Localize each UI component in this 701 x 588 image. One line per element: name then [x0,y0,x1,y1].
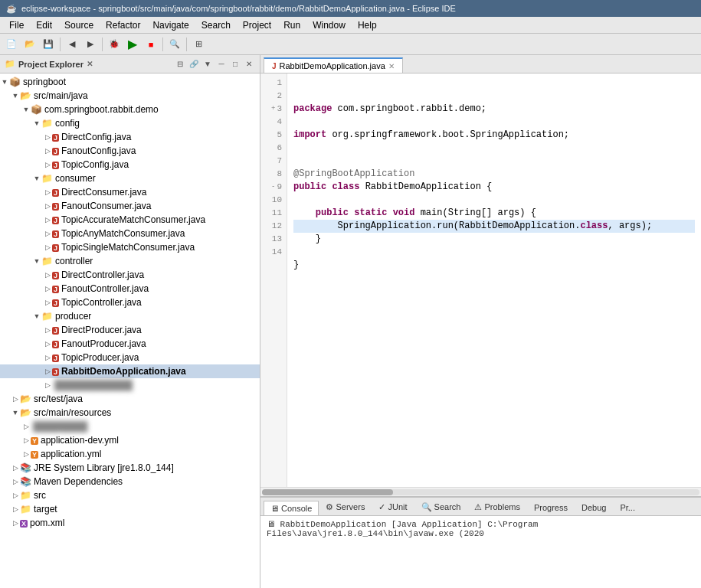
menu-item-refactor[interactable]: Refactor [100,18,146,32]
tree-item-consumer[interactable]: ▼📁consumer [0,172,260,185]
tree-item-config[interactable]: ▼📁config [0,116,260,130]
tree-item-application-dev[interactable]: ▷Yapplication-dev.yml [0,433,260,447]
tree-item-DirectProducer[interactable]: ▷JDirectProducer.java [0,323,260,337]
tree-item-blurred1[interactable]: ▷████████████ [0,378,260,392]
menu-item-search[interactable]: Search [195,18,237,32]
tree-item-DirectConsumer[interactable]: ▷JDirectConsumer.java [0,185,260,199]
tree-arrow-config[interactable]: ▼ [32,119,41,128]
bottom-tab-debug[interactable]: Debug [575,500,613,515]
toolbar-back-btn[interactable]: ◀ [64,36,80,53]
tree-item-application[interactable]: ▷Yapplication.yml [0,447,260,461]
tree-item-TopicSingleMatchConsumer[interactable]: ▷JTopicSingleMatchConsumer.java [0,240,260,254]
tree-item-producer[interactable]: ▼📁producer [0,309,260,323]
tree-item-Maven[interactable]: ▷📚Maven Dependencies [0,475,260,488]
menu-item-window[interactable]: Window [306,18,352,32]
menu-item-navigate[interactable]: Navigate [146,18,195,32]
editor-tab-rabbitdemoapplication[interactable]: J RabbitDemoApplication.java ✕ [264,57,403,73]
tree-arrow-TopicAccurateMatchConsumer[interactable]: ▷ [43,215,52,224]
tree-item-src-main-java[interactable]: ▼📂src/main/java [0,89,260,103]
tree-item-src[interactable]: ▷📁src [0,488,260,502]
close-panel-btn[interactable]: ✕ [243,58,255,70]
tree-arrow-DirectController[interactable]: ▷ [43,270,52,279]
tree-arrow-application[interactable]: ▷ [21,449,31,459]
code-content[interactable]: package com.springboot.rabbit.demo; impo… [287,74,701,487]
toolbar-forward-btn[interactable]: ▶ [82,36,99,53]
maximize-panel-btn[interactable]: □ [229,58,241,70]
tree-arrow-blurred1[interactable]: ▷ [43,381,52,390]
tree-arrow-FanoutController[interactable]: ▷ [43,284,52,293]
tree-arrow-springboot[interactable]: ▼ [0,77,9,87]
tree-item-controller[interactable]: ▼📁controller [0,254,260,268]
tree-item-com-pkg[interactable]: ▼📦com.springboot.rabbit.demo [0,103,260,116]
tree-item-FanoutConfig[interactable]: ▷JFanoutConfig.java [0,144,260,158]
horizontal-scrollbar[interactable] [260,487,701,496]
tree-arrow-Maven[interactable]: ▷ [11,477,20,486]
tree-item-TopicConfig[interactable]: ▷JTopicConfig.java [0,158,260,172]
bottom-tab-console[interactable]: 🖥 Console [264,501,319,515]
tree-arrow-com-pkg[interactable]: ▼ [21,105,31,114]
tree-item-FanoutConsumer[interactable]: ▷JFanoutConsumer.java [0,199,260,213]
tree-item-TopicController[interactable]: ▷JTopicController.java [0,296,260,309]
bottom-tab-servers[interactable]: ⚙ Servers [319,499,372,515]
tree-arrow-TopicConfig[interactable]: ▷ [43,160,52,169]
tree-item-FanoutProducer[interactable]: ▷JFanoutProducer.java [0,337,260,351]
tree-item-src-test-java[interactable]: ▷📂src/test/java [0,392,260,406]
menu-item-edit[interactable]: Edit [30,18,58,32]
tree-arrow-TopicSingleMatchConsumer[interactable]: ▷ [43,243,52,252]
toolbar-run-btn[interactable]: ▶ [124,36,141,53]
toolbar-save-btn[interactable]: 💾 [40,36,57,53]
tree-item-TopicAnyMatchConsumer[interactable]: ▷JTopicAnyMatchConsumer.java [0,227,260,240]
toolbar-debug-btn[interactable]: 🐞 [106,36,123,53]
tree-arrow-blurred2[interactable]: ▷ [21,422,31,431]
menu-item-project[interactable]: Project [237,18,277,32]
bottom-tab-progress[interactable]: Progress [527,500,575,515]
tree-item-DirectController[interactable]: ▷JDirectController.java [0,268,260,282]
bottom-tab-search[interactable]: 🔍 Search [414,499,468,515]
minimize-panel-btn[interactable]: ─ [215,58,228,70]
tree-arrow-FanoutConsumer[interactable]: ▷ [43,201,52,211]
tree-item-TopicProducer[interactable]: ▷JTopicProducer.java [0,351,260,364]
tree-arrow-TopicController[interactable]: ▷ [43,298,52,307]
toolbar-new-btn[interactable]: 📄 [3,36,20,53]
tree-item-FanoutController[interactable]: ▷JFanoutController.java [0,282,260,296]
tree-arrow-src-main-resources[interactable]: ▼ [11,408,20,417]
collapse-all-btn[interactable]: ⊟ [174,58,186,70]
tree-arrow-TopicProducer[interactable]: ▷ [43,353,52,362]
tab-close-btn[interactable]: ✕ [388,62,395,70]
tree-arrow-JRE[interactable]: ▷ [11,463,20,472]
tree-item-src-main-resources[interactable]: ▼📂src/main/resources [0,406,260,420]
tree-arrow-FanoutConfig[interactable]: ▷ [43,146,52,155]
tree-arrow-TopicAnyMatchConsumer[interactable]: ▷ [43,229,52,238]
tree-item-target[interactable]: ▷📁target [0,502,260,516]
menu-item-file[interactable]: File [3,18,30,32]
panel-menu-btn[interactable]: ▼ [201,58,214,70]
tree-arrow-src-main-java[interactable]: ▼ [11,91,20,100]
menu-item-help[interactable]: Help [352,18,383,32]
link-editor-btn[interactable]: 🔗 [188,58,200,70]
tree-item-pom[interactable]: ▷Xpom.xml [0,516,260,530]
tree-arrow-controller[interactable]: ▼ [32,256,41,266]
tree-item-TopicAccurateMatchConsumer[interactable]: ▷JTopicAccurateMatchConsumer.java [0,213,260,227]
tree-item-JRE[interactable]: ▷📚JRE System Library [jre1.8.0_144] [0,461,260,475]
tree-arrow-application-dev[interactable]: ▷ [21,436,31,445]
bottom-tab-problems[interactable]: ⚠ Problems [467,499,527,515]
menu-item-run[interactable]: Run [277,18,306,32]
tree-item-DirectConfig[interactable]: ▷JDirectConfig.java [0,130,260,144]
tree-item-blurred2[interactable]: ▷████ ████ [0,420,260,433]
tree-arrow-DirectProducer[interactable]: ▷ [43,325,52,335]
toolbar-open-btn[interactable]: 📂 [21,36,38,53]
tree-arrow-RabbitDemoApplication[interactable]: ▷ [43,367,52,376]
tree-arrow-DirectConsumer[interactable]: ▷ [43,188,52,197]
bottom-tab-pr[interactable]: Pr... [613,500,642,515]
tree-item-RabbitDemoApplication[interactable]: ▷JRabbitDemoApplication.java [0,364,260,378]
toolbar-stop-btn[interactable]: ■ [142,36,159,53]
tree-arrow-target[interactable]: ▷ [11,505,20,514]
toolbar-search-btn[interactable]: 🔍 [166,36,183,53]
toolbar-perspective-btn[interactable]: ⊞ [190,36,207,53]
tree-arrow-consumer[interactable]: ▼ [32,174,41,183]
menu-item-source[interactable]: Source [58,18,100,32]
bottom-tab-junit[interactable]: ✓ JUnit [372,499,414,515]
tree-arrow-producer[interactable]: ▼ [32,312,41,321]
tree-item-springboot[interactable]: ▼📦springboot [0,75,260,89]
tree-arrow-DirectConfig[interactable]: ▷ [43,132,52,142]
